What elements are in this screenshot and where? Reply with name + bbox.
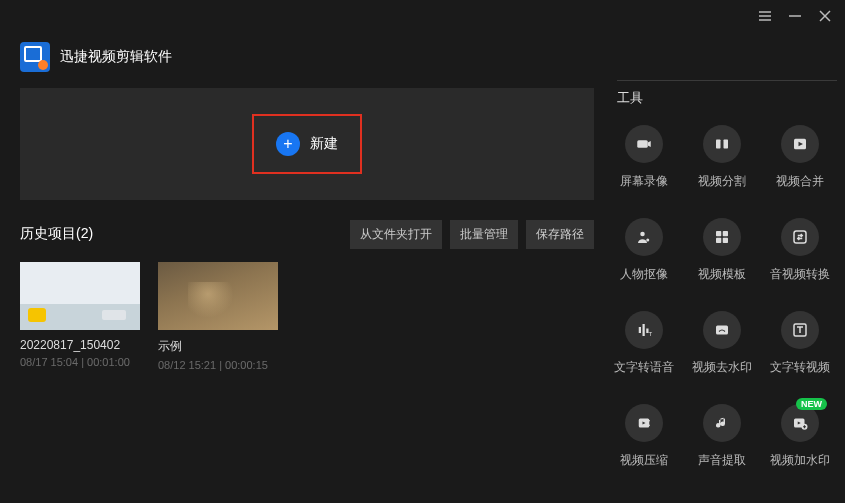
project-meta: 08/12 15:21 | 00:00:15 [158, 359, 278, 371]
tool-camera[interactable]: 屏幕录像 [607, 125, 681, 190]
app-logo-icon [20, 42, 50, 72]
template-icon [703, 218, 741, 256]
tool-label: 视频模板 [698, 266, 746, 283]
tool-person[interactable]: 人物抠像 [607, 218, 681, 283]
project-card[interactable]: 20220817_150402 08/17 15:04 | 00:01:00 [20, 262, 140, 371]
svg-rect-18 [643, 324, 645, 336]
project-meta: 08/17 15:04 | 00:01:00 [20, 356, 140, 368]
tts-icon: T [625, 311, 663, 349]
tool-label: 视频加水印 [770, 452, 830, 469]
open-from-folder-button[interactable]: 从文件夹打开 [350, 220, 442, 249]
tool-t2v[interactable]: 文字转视频 [763, 311, 837, 376]
tool-template[interactable]: 视频模板 [685, 218, 759, 283]
project-thumbnail [20, 262, 140, 330]
project-name: 示例 [158, 338, 278, 355]
person-icon [625, 218, 663, 256]
svg-text:T: T [649, 331, 653, 337]
tool-label: 视频合并 [776, 173, 824, 190]
project-name: 20220817_150402 [20, 338, 140, 352]
project-thumbnail [158, 262, 278, 330]
tool-addwm[interactable]: NEW视频加水印 [763, 404, 837, 469]
plus-icon: + [276, 132, 300, 156]
tools-header: 工具 [617, 80, 837, 107]
tool-compress[interactable]: 视频压缩 [607, 404, 681, 469]
svg-rect-12 [716, 231, 721, 236]
camera-icon [625, 125, 663, 163]
play-icon [781, 125, 819, 163]
tool-label: 音视频转换 [770, 266, 830, 283]
new-button-highlight: + 新建 [252, 114, 362, 174]
tool-label: 人物抠像 [620, 266, 668, 283]
audio-icon [703, 404, 741, 442]
history-title: 历史项目(2) [20, 225, 350, 243]
svg-rect-6 [637, 140, 648, 148]
new-project-panel: + 新建 [20, 88, 594, 200]
svg-point-11 [646, 239, 649, 242]
svg-rect-8 [724, 140, 729, 149]
tool-label: 文字转语音 [614, 359, 674, 376]
menu-icon[interactable] [757, 8, 773, 24]
tool-label: 视频分割 [698, 173, 746, 190]
tool-split[interactable]: 视频分割 [685, 125, 759, 190]
nowm-icon [703, 311, 741, 349]
svg-rect-17 [639, 327, 641, 333]
convert-icon [781, 218, 819, 256]
tool-play[interactable]: 视频合并 [763, 125, 837, 190]
svg-rect-15 [723, 238, 728, 243]
compress-icon [625, 404, 663, 442]
tool-label: 屏幕录像 [620, 173, 668, 190]
tool-label: 视频压缩 [620, 452, 668, 469]
app-title: 迅捷视频剪辑软件 [60, 48, 172, 66]
project-card[interactable]: 示例 08/12 15:21 | 00:00:15 [158, 262, 278, 371]
minimize-icon[interactable] [787, 8, 803, 24]
svg-rect-14 [716, 238, 721, 243]
svg-rect-16 [794, 231, 806, 243]
svg-rect-13 [723, 231, 728, 236]
tool-label: 视频去水印 [692, 359, 752, 376]
svg-rect-7 [716, 140, 721, 149]
new-button-label: 新建 [310, 135, 338, 153]
new-badge: NEW [796, 398, 827, 410]
batch-manage-button[interactable]: 批量管理 [450, 220, 518, 249]
save-path-button[interactable]: 保存路径 [526, 220, 594, 249]
new-project-button[interactable]: + 新建 [276, 132, 338, 156]
tool-nowm[interactable]: 视频去水印 [685, 311, 759, 376]
tool-label: 文字转视频 [770, 359, 830, 376]
tool-tts[interactable]: T文字转语音 [607, 311, 681, 376]
split-icon [703, 125, 741, 163]
tool-label: 声音提取 [698, 452, 746, 469]
svg-point-10 [640, 232, 645, 237]
tool-convert[interactable]: 音视频转换 [763, 218, 837, 283]
tool-audio[interactable]: 声音提取 [685, 404, 759, 469]
t2v-icon [781, 311, 819, 349]
close-icon[interactable] [817, 8, 833, 24]
